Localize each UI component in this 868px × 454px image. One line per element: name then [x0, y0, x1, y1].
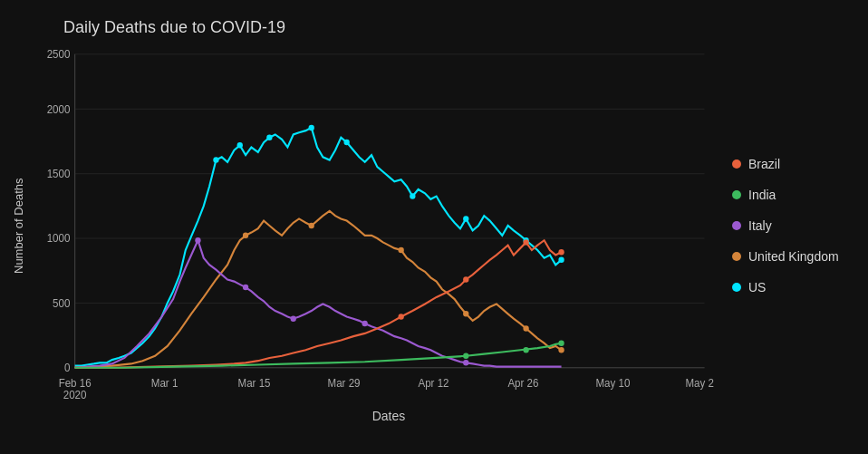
- us-dot: [266, 134, 272, 140]
- us-legend-dot: [732, 283, 741, 292]
- svg-text:2020: 2020: [63, 389, 87, 401]
- legend-item-brazil: Brazil: [732, 157, 859, 171]
- uk-dot: [243, 233, 248, 238]
- us-dot: [410, 193, 415, 198]
- legend-item-us: US: [732, 280, 859, 295]
- us-dot: [237, 142, 243, 148]
- legend-item-india: India: [732, 188, 859, 202]
- italy-line: [75, 240, 562, 368]
- uk-dot: [309, 223, 314, 228]
- italy-dot: [463, 360, 468, 365]
- brazil-dot: [399, 314, 404, 319]
- uk-legend-dot: [732, 252, 741, 261]
- brazil-dot: [523, 239, 528, 245]
- india-dot: [463, 353, 468, 359]
- italy-dot: [195, 237, 200, 243]
- india-dot: [558, 340, 564, 345]
- uk-dot: [558, 347, 564, 353]
- italy-legend-label: Italy: [748, 218, 772, 233]
- uk-dot: [463, 311, 468, 316]
- chart-container: Daily Deaths due to COVID-19 Number of D…: [0, 0, 868, 454]
- svg-text:Feb 16: Feb 16: [59, 377, 92, 389]
- us-dot: [463, 216, 468, 221]
- brazil-legend-label: Brazil: [748, 157, 780, 171]
- x-axis-label: Dates: [63, 409, 714, 423]
- legend: Brazil India Italy United Kingdom US: [714, 44, 859, 407]
- svg-text:2000: 2000: [47, 103, 71, 115]
- us-dot: [344, 140, 350, 145]
- us-dot: [213, 157, 218, 162]
- svg-text:Mar 1: Mar 1: [151, 377, 178, 389]
- us-legend-label: US: [748, 280, 766, 295]
- chart-area: Number of Deaths 0 500 1000 1500 2000: [9, 44, 859, 407]
- y-axis-label: Number of Deaths: [9, 44, 27, 407]
- italy-dot: [362, 321, 368, 326]
- svg-text:2500: 2500: [47, 48, 71, 60]
- chart-svg: 0 500 1000 1500 2000 2500 Feb 16 2020 Ma…: [27, 44, 714, 407]
- us-line: [75, 128, 562, 366]
- india-legend-label: India: [748, 188, 776, 202]
- chart-inner: 0 500 1000 1500 2000 2500 Feb 16 2020 Ma…: [27, 44, 714, 407]
- india-dot: [523, 347, 528, 353]
- svg-text:Apr 12: Apr 12: [418, 377, 448, 389]
- svg-text:Apr 26: Apr 26: [507, 377, 538, 389]
- brazil-dot: [558, 249, 564, 255]
- svg-text:0: 0: [64, 362, 71, 373]
- italy-dot: [291, 315, 296, 321]
- uk-line: [75, 211, 562, 368]
- legend-item-uk: United Kingdom: [732, 249, 859, 264]
- svg-text:May 24: May 24: [685, 377, 714, 389]
- india-legend-dot: [732, 190, 741, 199]
- svg-text:500: 500: [53, 297, 71, 309]
- svg-text:1500: 1500: [47, 168, 71, 179]
- uk-legend-label: United Kingdom: [748, 249, 839, 264]
- uk-dot: [399, 247, 404, 253]
- svg-text:Mar 29: Mar 29: [328, 377, 361, 389]
- legend-item-italy: Italy: [732, 218, 859, 233]
- svg-text:May 10: May 10: [595, 377, 630, 389]
- chart-title: Daily Deaths due to COVID-19: [63, 18, 859, 37]
- italy-legend-dot: [732, 221, 741, 230]
- us-dot: [558, 257, 564, 263]
- brazil-line: [75, 240, 562, 368]
- uk-dot: [523, 325, 528, 331]
- svg-text:1000: 1000: [47, 232, 71, 244]
- us-dot: [309, 125, 314, 130]
- italy-dot: [243, 285, 248, 290]
- brazil-legend-dot: [732, 159, 741, 169]
- brazil-dot: [463, 276, 468, 282]
- svg-text:Mar 15: Mar 15: [238, 377, 271, 389]
